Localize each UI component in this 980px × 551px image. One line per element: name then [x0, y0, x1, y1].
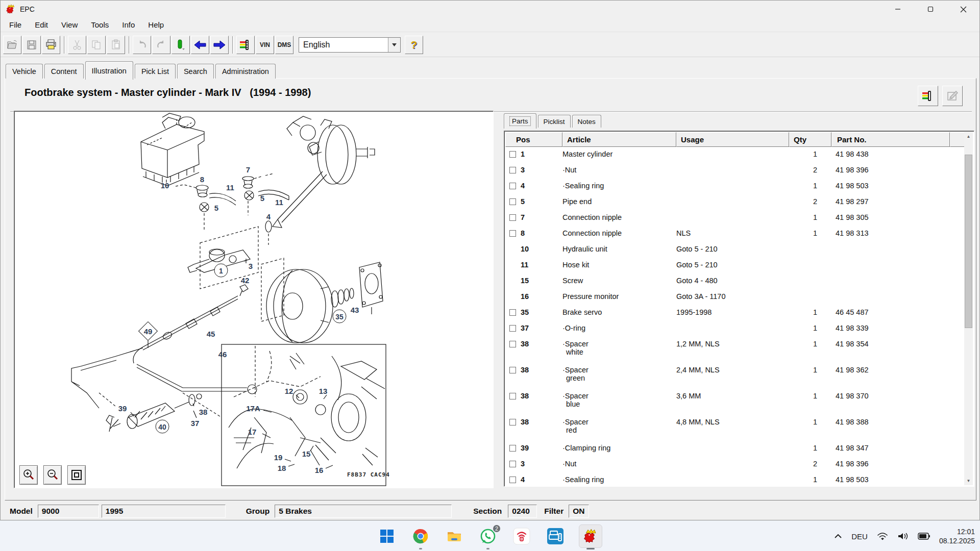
row-checkbox[interactable]	[509, 461, 516, 467]
help-button[interactable]: ?	[405, 36, 423, 54]
table-row[interactable]: 37·O-ring141 98 339	[505, 321, 958, 337]
paste-button[interactable]	[107, 36, 125, 54]
table-row[interactable]: 4·Sealing ring141 98 503	[505, 472, 958, 485]
part-label-11[interactable]: 11	[226, 183, 234, 192]
part-label-49[interactable]: 49	[141, 324, 155, 338]
part-label-4[interactable]: 4	[266, 212, 271, 221]
row-checkbox[interactable]	[509, 183, 516, 189]
keyboard-language-button[interactable]: DEU	[851, 532, 868, 541]
part-label-18[interactable]: 18	[278, 464, 286, 472]
table-row[interactable]: 10Hydraulic unitGoto 5 - 210	[505, 242, 958, 258]
file-explorer-button[interactable]	[444, 526, 464, 546]
table-row[interactable]: 1Master cylinder141 98 438	[505, 147, 958, 163]
part-label-5[interactable]: 5	[260, 194, 264, 203]
part-label-10[interactable]: 10	[161, 181, 169, 190]
row-checkbox[interactable]	[509, 230, 516, 237]
row-checkbox[interactable]	[509, 367, 516, 373]
part-label-45[interactable]: 45	[207, 330, 215, 338]
row-checkbox[interactable]	[509, 151, 516, 158]
start-button[interactable]	[377, 526, 397, 546]
column-header-part-no-[interactable]: Part No.	[831, 132, 950, 147]
table-row[interactable]: 16Pressure monitorGoto 3A - 1170	[505, 289, 958, 305]
part-label-16[interactable]: 16	[315, 466, 324, 474]
cut-button[interactable]	[68, 36, 86, 54]
part-label-8[interactable]: 8	[200, 175, 204, 184]
parts-tab-parts[interactable]: Parts	[504, 113, 536, 129]
parts-tab-picklist[interactable]: Picklist	[538, 115, 571, 128]
fax-printer-app-button[interactable]	[545, 526, 566, 546]
part-label-12[interactable]: 12	[285, 387, 293, 395]
dms-button[interactable]: DMS	[275, 36, 293, 54]
part-label-17A[interactable]: 17A	[246, 404, 260, 413]
row-checkbox[interactable]	[509, 341, 516, 347]
part-label-38[interactable]: 38	[199, 408, 208, 416]
menu-item-view[interactable]: View	[55, 19, 84, 31]
tray-chevron-up-icon[interactable]	[834, 534, 842, 539]
illustration-panel[interactable]: F8B37 CAC94 1087115511431424945463543121…	[14, 111, 494, 488]
column-header-article[interactable]: Article	[562, 132, 676, 147]
parts-tab-notes[interactable]: Notes	[572, 115, 601, 128]
part-label-46[interactable]: 46	[218, 350, 227, 359]
part-label-15[interactable]: 15	[302, 449, 311, 458]
table-row[interactable]: 38·Spacerred4,8 MM, NLS141 98 388	[505, 415, 958, 441]
row-checkbox[interactable]	[509, 477, 516, 483]
table-row[interactable]: 38·Spacergreen2,4 MM, NLS141 98 362	[505, 363, 958, 389]
menu-item-file[interactable]: File	[3, 19, 28, 31]
zoom-out-button[interactable]	[43, 465, 62, 485]
tab-vehicle[interactable]: Vehicle	[6, 64, 43, 79]
row-checkbox[interactable]	[509, 445, 516, 452]
table-row[interactable]: 3·Nut241 98 396	[505, 163, 958, 179]
tab-administration[interactable]: Administration	[215, 64, 276, 79]
menu-item-help[interactable]: Help	[141, 19, 170, 31]
row-checkbox[interactable]	[509, 167, 516, 173]
scroll-down-button[interactable]: ▼	[964, 477, 973, 485]
table-row[interactable]: 39·Clamping ring141 98 347	[505, 441, 958, 457]
print-button[interactable]	[42, 36, 60, 54]
row-checkbox[interactable]	[509, 214, 516, 221]
row-checkbox[interactable]	[509, 393, 516, 399]
open-button[interactable]	[3, 36, 21, 54]
table-row[interactable]: 5Pipe end241 98 297	[505, 194, 958, 210]
volume-icon[interactable]	[897, 532, 909, 540]
table-row[interactable]: 38·Spacerblue3,6 MM141 98 370	[505, 389, 958, 415]
whatsapp-button[interactable]: 2	[478, 526, 498, 546]
undo-button[interactable]	[133, 36, 151, 54]
zoom-in-button[interactable]	[19, 465, 38, 485]
part-label-3[interactable]: 3	[249, 262, 253, 270]
tab-illustration[interactable]: Illustration	[85, 61, 133, 80]
menu-item-info[interactable]: Info	[115, 19, 141, 31]
part-label-43[interactable]: 43	[351, 306, 359, 314]
clock[interactable]: 12:01 08.12.2025	[939, 527, 975, 545]
table-row[interactable]: 15ScrewGoto 4 - 480	[505, 273, 958, 289]
language-select[interactable]: English	[299, 37, 401, 53]
column-header-usage[interactable]: Usage	[676, 132, 789, 147]
epc-taskbar-button[interactable]	[579, 524, 602, 548]
combo-dropdown-button[interactable]	[388, 38, 400, 52]
part-label-19[interactable]: 19	[274, 453, 283, 462]
part-label-13[interactable]: 13	[319, 387, 328, 395]
redo-button[interactable]	[152, 36, 170, 54]
vertical-scrollbar[interactable]: ▲ ▼	[964, 132, 973, 485]
save-button[interactable]	[22, 36, 41, 54]
table-row[interactable]: 3·Nut241 98 396	[505, 457, 958, 472]
header-edit-note-button[interactable]	[942, 86, 963, 106]
part-label-35[interactable]: 35	[333, 310, 347, 323]
part-label-37[interactable]: 37	[191, 419, 200, 428]
tab-search[interactable]: Search	[177, 64, 214, 79]
close-button[interactable]	[947, 1, 979, 18]
table-row[interactable]: 7Connection nipple141 98 305	[505, 210, 958, 226]
header-connector-button[interactable]	[918, 86, 938, 106]
part-label-42[interactable]: 42	[241, 276, 250, 285]
connection-button[interactable]	[236, 36, 255, 54]
table-row[interactable]: 11Hose kitGoto 5 - 210	[505, 258, 958, 273]
column-header-pos[interactable]: Pos	[505, 132, 562, 147]
forward-button[interactable]	[210, 36, 229, 54]
part-label-1[interactable]: 1	[214, 264, 228, 278]
table-row[interactable]: 4·Sealing ring141 98 503	[505, 179, 958, 194]
part-label-40[interactable]: 40	[156, 420, 169, 434]
table-row[interactable]: 35Brake servo1995-1998146 45 487	[505, 305, 958, 321]
part-label-5[interactable]: 5	[214, 204, 218, 212]
part-label-7[interactable]: 7	[246, 165, 250, 174]
column-header-qty[interactable]: Qty	[789, 132, 831, 147]
maximize-button[interactable]	[914, 1, 947, 18]
